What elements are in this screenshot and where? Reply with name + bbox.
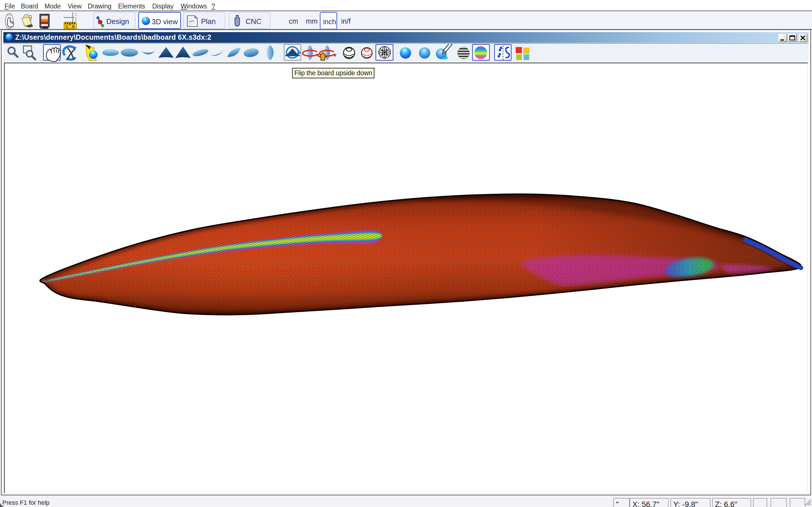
svg-text:0: 0 — [72, 24, 74, 29]
svg-text:1: 1 — [66, 24, 68, 29]
